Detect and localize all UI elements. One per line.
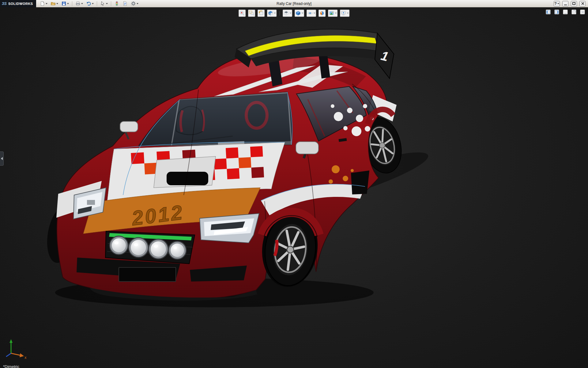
hood-scoop[interactable] bbox=[154, 156, 216, 188]
new-document-button[interactable] bbox=[39, 1, 49, 7]
apply-scene-button[interactable] bbox=[328, 10, 338, 17]
reference-triad: x bbox=[2, 338, 30, 362]
dropdown-caret-icon bbox=[56, 3, 58, 4]
view-orientation-cube-icon bbox=[284, 10, 289, 16]
edit-appearance-ball-icon bbox=[319, 10, 325, 16]
dropdown-caret-icon bbox=[557, 3, 559, 4]
dropdown-caret-icon bbox=[46, 3, 47, 4]
document-close-button[interactable] bbox=[580, 10, 585, 14]
save-icon bbox=[61, 1, 66, 6]
brand-name: SOLIDWORKS bbox=[8, 2, 33, 6]
dropdown-caret-icon bbox=[290, 13, 292, 14]
view-settings-icon bbox=[341, 10, 346, 16]
undo-arrow-icon bbox=[86, 1, 91, 6]
dropdown-caret-icon bbox=[314, 13, 315, 14]
window-title: Rally Car [Read-only] bbox=[277, 2, 311, 6]
solidworks-window: 3S SOLIDWORKS bbox=[0, 0, 588, 368]
zoom-to-fit-button[interactable] bbox=[239, 10, 246, 17]
view-orientation-button[interactable] bbox=[283, 10, 292, 17]
dropdown-caret-icon bbox=[137, 3, 138, 4]
maximize-button[interactable] bbox=[571, 1, 577, 6]
license-plate bbox=[119, 267, 176, 282]
dropdown-caret-icon bbox=[274, 13, 276, 14]
display-style-icon bbox=[296, 10, 301, 16]
document-window-controls bbox=[546, 10, 585, 14]
close-icon bbox=[581, 2, 584, 5]
print-button[interactable] bbox=[74, 1, 84, 7]
apply-scene-icon bbox=[329, 10, 334, 16]
dropdown-caret-icon bbox=[347, 13, 349, 14]
solidworks-logo: 3S SOLIDWORKS bbox=[0, 0, 36, 7]
new-document-icon bbox=[40, 1, 45, 6]
options-button[interactable] bbox=[130, 1, 140, 7]
document-restore-button[interactable] bbox=[571, 10, 576, 14]
edit-appearance-button[interactable] bbox=[318, 10, 326, 17]
dropdown-caret-icon bbox=[67, 3, 69, 4]
3ds-logo-icon: 3S bbox=[2, 1, 7, 6]
dropdown-caret-icon bbox=[92, 3, 94, 4]
dropdown-caret-icon bbox=[335, 13, 337, 14]
document-minimize-button[interactable] bbox=[563, 10, 568, 14]
help-icon: ? bbox=[554, 1, 557, 6]
options-gear-icon bbox=[131, 1, 136, 6]
undo-button[interactable] bbox=[85, 1, 95, 7]
toolbar-separator bbox=[97, 1, 97, 6]
toolbar-separator bbox=[280, 11, 280, 16]
close-button[interactable] bbox=[579, 1, 586, 6]
zoom-to-area-button[interactable] bbox=[248, 10, 255, 17]
open-folder-icon bbox=[51, 1, 56, 6]
collapse-arrow-icon bbox=[1, 157, 3, 160]
file-properties-button[interactable] bbox=[121, 1, 129, 7]
right-headlight[interactable] bbox=[200, 213, 259, 243]
zoom-to-fit-icon bbox=[239, 10, 245, 16]
graphics-viewport[interactable]: 2012 bbox=[0, 7, 588, 368]
hide-show-items-button[interactable] bbox=[307, 10, 316, 17]
view-settings-button[interactable] bbox=[340, 10, 350, 17]
display-style-button[interactable] bbox=[295, 10, 304, 17]
open-button[interactable] bbox=[49, 1, 59, 7]
pane-left-icon bbox=[546, 10, 550, 14]
select-cursor-icon bbox=[100, 1, 105, 6]
restore-icon bbox=[573, 11, 575, 13]
dropdown-caret-icon bbox=[106, 3, 108, 4]
z-axis bbox=[6, 353, 11, 357]
previous-view-icon bbox=[258, 10, 264, 16]
close-icon bbox=[581, 10, 584, 14]
show-display-pane-button[interactable] bbox=[554, 10, 559, 14]
toolbar-separator bbox=[72, 1, 72, 6]
x-axis-label: x bbox=[24, 355, 27, 360]
section-view-button[interactable] bbox=[267, 10, 277, 17]
hide-show-eye-icon bbox=[307, 10, 313, 16]
brake-duct bbox=[351, 171, 369, 194]
dropdown-caret-icon bbox=[81, 3, 83, 4]
rally-car-3d-view[interactable]: 2012 bbox=[0, 7, 588, 368]
section-view-icon bbox=[268, 10, 273, 16]
standard-toolbar bbox=[39, 1, 140, 7]
pane-right-icon bbox=[555, 10, 559, 14]
heads-up-view-toolbar bbox=[237, 9, 352, 17]
print-icon bbox=[75, 1, 81, 6]
minimize-icon bbox=[564, 5, 567, 5]
dropdown-caret-icon bbox=[302, 13, 303, 14]
minimize-button[interactable] bbox=[562, 1, 568, 6]
feature-panel-collapse-tab[interactable] bbox=[0, 151, 4, 166]
help-button[interactable]: ? bbox=[554, 1, 560, 6]
zoom-to-area-icon bbox=[249, 10, 254, 16]
window-controls: ? bbox=[554, 1, 588, 6]
previous-view-button[interactable] bbox=[258, 10, 265, 17]
rebuild-button[interactable] bbox=[113, 1, 121, 7]
rebuild-traffic-light-icon bbox=[114, 1, 119, 6]
select-button[interactable] bbox=[99, 1, 109, 7]
save-button[interactable] bbox=[60, 1, 70, 7]
x-axis bbox=[11, 353, 21, 355]
view-orientation-label: *Dimetric bbox=[3, 364, 19, 368]
title-bar: 3S SOLIDWORKS bbox=[0, 0, 588, 7]
maximize-icon bbox=[572, 2, 575, 5]
toolbar-separator bbox=[111, 1, 111, 6]
show-feature-pane-button[interactable] bbox=[546, 10, 551, 14]
file-properties-icon bbox=[123, 1, 128, 6]
car-model[interactable]: 2012 bbox=[43, 29, 432, 307]
minimize-icon bbox=[564, 13, 567, 14]
